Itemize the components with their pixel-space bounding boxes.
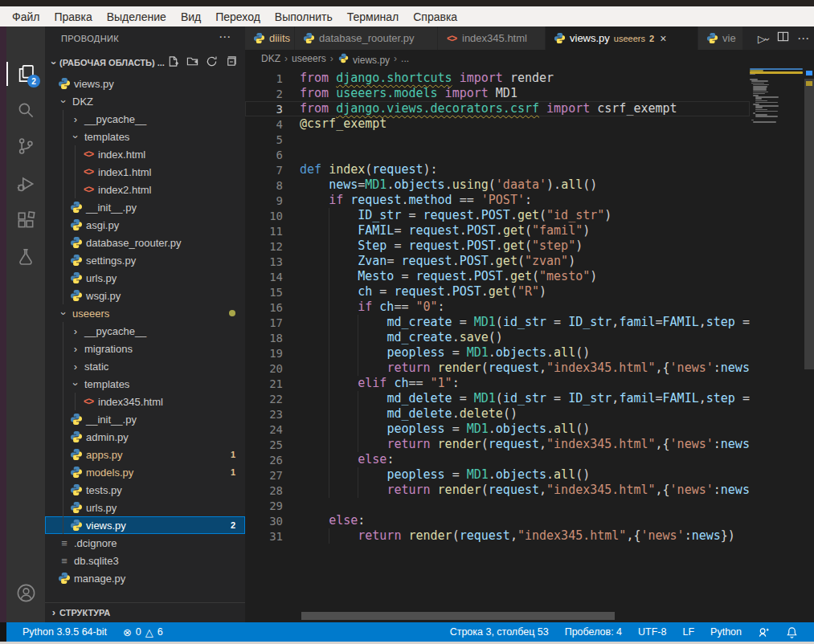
- search-icon[interactable]: [6, 94, 45, 126]
- tree-item-static[interactable]: ›static: [45, 357, 245, 375]
- code-line-16[interactable]: 16 if ch== "0":: [245, 300, 750, 315]
- status-language-mode[interactable]: Python: [704, 622, 748, 642]
- code-line-22[interactable]: 22 md_delete = MD1(id_str = ID_str,famil…: [245, 391, 750, 406]
- tab-views-py[interactable]: views.pyuseeers2×: [546, 26, 698, 50]
- new-file-icon[interactable]: [167, 55, 179, 71]
- tree-item-db-sqlite3[interactable]: ≡db.sqlite3: [45, 552, 245, 569]
- tree-item-migrations[interactable]: ›migrations: [45, 340, 245, 357]
- code-line-9[interactable]: 9 if request.method == 'POST':: [245, 193, 750, 208]
- breadcrumb-item-views-py[interactable]: views.py: [337, 51, 390, 66]
- tab-database-roouter-py[interactable]: database_roouter.py: [295, 26, 438, 50]
- tree-item-index1-html[interactable]: <>index1.html: [45, 163, 245, 181]
- feedback-icon[interactable]: [751, 622, 776, 642]
- tree-item-apps-py[interactable]: apps.py1: [45, 446, 245, 463]
- minimap[interactable]: [750, 68, 804, 229]
- tree-item-tests-py[interactable]: tests.py: [45, 481, 245, 499]
- code-line-25[interactable]: 25 return render(request,"index345.html"…: [245, 437, 750, 452]
- code-line-4[interactable]: 4@csrf_exempt: [245, 116, 750, 132]
- code-line-26[interactable]: 26 else:: [245, 452, 750, 467]
- tree-item-index-html[interactable]: <>index.html: [45, 145, 245, 163]
- code-line-2[interactable]: 2from useeers.models import MD1: [245, 86, 750, 101]
- code-line-11[interactable]: 11 FAMIL= request.POST.get("famil"): [245, 223, 750, 238]
- run-debug-icon[interactable]: [6, 168, 45, 200]
- code-line-13[interactable]: 13 Zvan= request.POST.get("zvan"): [245, 254, 750, 269]
- tree-item-init-py[interactable]: __init__.py: [45, 410, 245, 428]
- sidebar-more-actions-icon[interactable]: ⋯: [219, 30, 231, 44]
- code-line-20[interactable]: 20 return render(request,"index345.html"…: [245, 361, 750, 376]
- tree-item-dcignore[interactable]: ≡.dcignore: [45, 534, 245, 552]
- breadcrumb-item-dkz[interactable]: DKZ: [261, 53, 280, 64]
- code-editor[interactable]: 1from django.shortcuts import render2fro…: [245, 67, 750, 613]
- menu-item-выполнить[interactable]: Выполнить: [268, 9, 340, 25]
- status-python-version[interactable]: Python 3.9.5 64-bit: [16, 622, 113, 642]
- tree-item-pycache[interactable]: ›__pycache__: [45, 322, 245, 340]
- new-folder-icon[interactable]: [186, 55, 198, 71]
- tree-item-admin-py[interactable]: admin.py: [45, 428, 245, 446]
- code-line-23[interactable]: 23 md_delete.delete(): [245, 406, 750, 422]
- collapse-all-icon[interactable]: [225, 55, 237, 71]
- menu-item-справка[interactable]: Справка: [406, 9, 464, 25]
- code-line-21[interactable]: 21 elif ch== "1":: [245, 376, 750, 391]
- menu-item-вид[interactable]: Вид: [174, 9, 208, 25]
- tree-item-asgi-py[interactable]: asgi.py: [45, 216, 245, 234]
- extensions-icon[interactable]: [6, 205, 45, 237]
- tree-item-wsgi-py[interactable]: wsgi.py: [45, 287, 245, 304]
- tree-item-views-py[interactable]: views.py: [45, 75, 245, 92]
- tree-item-init-py[interactable]: __init__.py: [45, 198, 245, 216]
- run-python-file-icon[interactable]: ▷›: [758, 31, 769, 46]
- code-line-30[interactable]: 30 else:: [245, 513, 750, 528]
- tree-item-manage-py[interactable]: manage.py: [45, 569, 245, 587]
- code-line-8[interactable]: 8 news=MD1.objects.using('daata').all(): [245, 177, 750, 193]
- breadcrumb-item-useeers[interactable]: useeers: [292, 53, 326, 64]
- tab-index345-html[interactable]: <>index345.html: [438, 26, 546, 50]
- status-eol[interactable]: LF: [676, 622, 701, 642]
- tree-item-dkz[interactable]: ›DKZ: [45, 92, 245, 110]
- status-encoding[interactable]: UTF-8: [632, 622, 673, 642]
- outline-section-header[interactable]: › СТРУКТУРА: [45, 602, 245, 622]
- close-icon[interactable]: ×: [660, 32, 666, 45]
- tree-item-pycache[interactable]: ›__pycache__: [45, 110, 245, 128]
- code-line-12[interactable]: 12 Step = request.POST.get("step"): [245, 238, 750, 254]
- tree-item-useeers[interactable]: ›useeers: [45, 304, 245, 322]
- code-line-29[interactable]: 29: [245, 498, 750, 513]
- tree-item-index2-html[interactable]: <>index2.html: [45, 181, 245, 198]
- testing-icon[interactable]: [6, 241, 45, 273]
- code-line-3[interactable]: 3from django.views.decorators.csrf impor…: [245, 101, 750, 116]
- code-line-24[interactable]: 24 peopless = MD1.objects.all(): [245, 422, 750, 437]
- breadcrumb-item-[interactable]: ...: [401, 53, 409, 64]
- tab-diiits[interactable]: diiits2: [245, 26, 295, 50]
- code-line-27[interactable]: 27 peopless = MD1.objects.all(): [245, 467, 750, 483]
- tree-item-views-py[interactable]: views.py2: [45, 516, 245, 534]
- tree-item-database-roouter-py[interactable]: database_roouter.py: [45, 234, 245, 251]
- status-cursor-position[interactable]: Строка 3, столбец 53: [444, 622, 555, 642]
- code-line-31[interactable]: 31 return render(request,"index345.html"…: [245, 528, 750, 544]
- menu-item-правка[interactable]: Правка: [47, 9, 99, 25]
- refresh-icon[interactable]: [206, 55, 218, 71]
- account-icon[interactable]: [6, 577, 45, 609]
- vertical-scrollbar[interactable]: [804, 79, 814, 369]
- code-line-17[interactable]: 17 md_create = MD1(id_str = ID_str,famil…: [245, 315, 750, 330]
- horizontal-scrollbar[interactable]: [301, 612, 615, 620]
- code-line-5[interactable]: 5: [245, 132, 750, 147]
- tab-vie[interactable]: vie: [698, 26, 743, 50]
- notifications-bell-icon[interactable]: [779, 622, 804, 642]
- code-line-1[interactable]: 1from django.shortcuts import render: [245, 71, 750, 86]
- code-line-6[interactable]: 6: [245, 147, 750, 162]
- tree-item-settings-py[interactable]: settings.py: [45, 251, 245, 269]
- tree-item-templates[interactable]: ›templates: [45, 375, 245, 393]
- tree-item-models-py[interactable]: models.py1: [45, 463, 245, 481]
- menu-item-файл[interactable]: Файл: [5, 9, 47, 25]
- code-line-14[interactable]: 14 Mesto = request.POST.get("mesto"): [245, 269, 750, 284]
- code-line-10[interactable]: 10 ID_str = request.POST.get("id_str"): [245, 208, 750, 223]
- explorer-icon[interactable]: 2: [6, 57, 45, 89]
- source-control-icon[interactable]: [6, 130, 45, 162]
- tree-item-urls-py[interactable]: urls.py: [45, 269, 245, 287]
- status-problems[interactable]: ⊗ 0 △ 6: [117, 622, 170, 642]
- code-line-28[interactable]: 28 return render(request,"index345.html"…: [245, 483, 750, 498]
- tree-item-urls-py[interactable]: urls.py: [45, 499, 245, 516]
- tree-item-index345-html[interactable]: <>index345.html: [45, 393, 245, 410]
- code-line-7[interactable]: 7def index(request):: [245, 162, 750, 177]
- split-editor-icon[interactable]: [777, 31, 789, 46]
- status-indentation[interactable]: Пробелов: 4: [558, 622, 628, 642]
- code-line-19[interactable]: 19 peopless = MD1.objects.all(): [245, 345, 750, 361]
